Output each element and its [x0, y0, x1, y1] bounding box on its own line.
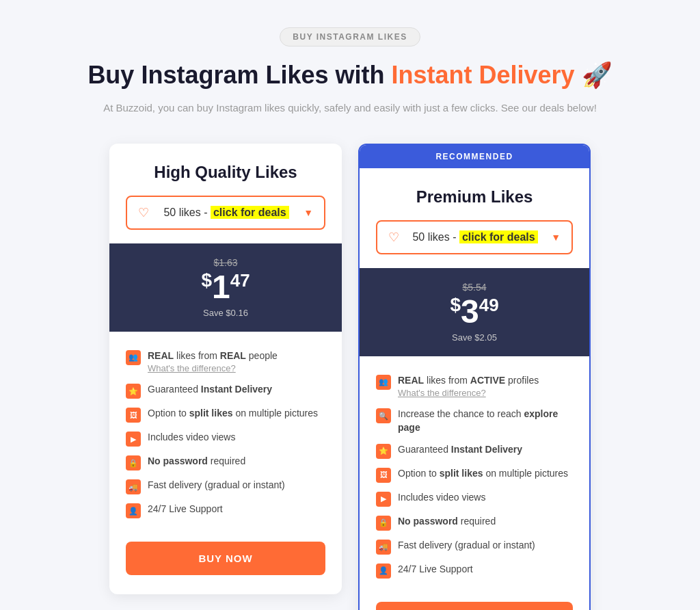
buy-button-high-quality[interactable]: BUY NOW	[126, 542, 325, 575]
video-icon-1: ▶	[126, 432, 141, 447]
quantity-selector-high-quality[interactable]: ♡ 50 likes - click for deals ▼	[126, 196, 325, 230]
main-title: Buy Instagram Likes with Instant Deliver…	[42, 60, 658, 90]
price-current-2: $349	[358, 295, 591, 328]
subtitle: At Buzzoid, you can buy Instagram likes …	[42, 101, 658, 116]
feature-item: 👥 REAL likes from ACTIVE profilesWhat's …	[376, 370, 573, 404]
feature-item: 🚚 Fast delivery (gradual or instant)	[126, 475, 325, 499]
split-icon-2: 🖼	[376, 468, 391, 483]
features-wrapper-1: 👥 REAL likes from REAL peopleWhat's the …	[109, 332, 342, 537]
page-badge: BUY INSTAGRAM LIKES	[280, 27, 420, 47]
cards-container: High Quality Likes ♡ 50 likes - click fo…	[42, 144, 658, 610]
card-title-premium: Premium Likes	[376, 187, 573, 207]
page-wrapper: BUY INSTAGRAM LIKES Buy Instagram Likes …	[42, 27, 658, 610]
dropdown-arrow-1: ▼	[304, 207, 313, 218]
truck-icon-1: 🚚	[126, 479, 141, 494]
feature-item: 👥 REAL likes from REAL peopleWhat's the …	[126, 345, 325, 380]
search-icon-2: 🔍	[376, 408, 391, 423]
people-icon-2: 👥	[376, 375, 391, 390]
feature-item: 🔒 No password required	[126, 451, 325, 475]
features-wrapper-2: 👥 REAL likes from ACTIVE profilesWhat's …	[360, 356, 589, 596]
card-high-quality: High Quality Likes ♡ 50 likes - click fo…	[109, 144, 342, 595]
features-list-1: 👥 REAL likes from REAL peopleWhat's the …	[126, 332, 325, 537]
price-box-premium: $5.54 $349 Save $2.05	[358, 268, 591, 356]
video-icon-2: ▶	[376, 492, 391, 507]
feature-item: ▶ Includes video views	[126, 427, 325, 451]
title-highlight: Instant Delivery	[392, 61, 575, 89]
difference-link-2[interactable]: What's the difference?	[398, 387, 539, 399]
people-icon-1: 👥	[126, 350, 141, 365]
price-current-1: $147	[109, 271, 342, 304]
price-original-1: $1.63	[109, 257, 342, 268]
card-inner-high-quality: High Quality Likes ♡ 50 likes - click fo…	[109, 144, 342, 230]
title-emoji: 🚀	[582, 61, 612, 89]
features-list-2: 👥 REAL likes from ACTIVE profilesWhat's …	[376, 356, 573, 596]
heart-icon-2: ♡	[388, 230, 399, 245]
dropdown-arrow-2: ▼	[551, 232, 561, 243]
truck-icon-2: 🚚	[376, 540, 391, 555]
card-title-high-quality: High Quality Likes	[126, 163, 325, 182]
heart-icon-1: ♡	[138, 205, 149, 220]
card-inner-premium: Premium Likes ♡ 50 likes - click for dea…	[360, 168, 589, 254]
price-cents-1: 47	[230, 270, 250, 291]
feature-item: ⭐ Guaranteed Instant Delivery	[376, 439, 573, 463]
feature-item: ▶ Includes video views	[376, 487, 573, 511]
card-premium: RECOMMENDED Premium Likes ♡ 50 likes - c…	[358, 144, 591, 610]
feature-item: ⭐ Guaranteed Instant Delivery	[126, 379, 325, 403]
support-icon-1: 👤	[126, 503, 141, 518]
buy-button-premium[interactable]: BUY NOW	[376, 602, 573, 610]
price-dollar-2: $	[450, 294, 461, 315]
lock-icon-1: 🔒	[126, 455, 141, 470]
price-save-1: Save $0.16	[109, 308, 342, 318]
price-box-high-quality: $1.63 $147 Save $0.16	[109, 243, 342, 332]
split-icon-1: 🖼	[126, 408, 141, 423]
price-original-2: $5.54	[358, 282, 591, 293]
price-cents-2: 49	[479, 295, 499, 315]
star-icon-2: ⭐	[376, 444, 391, 459]
title-start: Buy Instagram Likes with	[88, 61, 391, 89]
feature-item: 🖼 Option to split likes on multiple pict…	[126, 403, 325, 427]
feature-item: 🔍 Increase the chance to reach explore p…	[376, 403, 573, 438]
feature-item: 🖼 Option to split likes on multiple pict…	[376, 463, 573, 487]
lock-icon-2: 🔒	[376, 516, 391, 531]
support-icon-2: 👤	[376, 563, 391, 579]
feature-item: 🔒 No password required	[376, 511, 573, 535]
feature-item: 🚚 Fast delivery (gradual or instant)	[376, 535, 573, 559]
price-dollar-1: $	[201, 269, 212, 291]
feature-item: 👤 24/7 Live Support	[376, 559, 573, 583]
quantity-text-2: 50 likes - click for deals	[406, 231, 544, 243]
difference-link-1[interactable]: What's the difference?	[148, 362, 278, 375]
quantity-selector-premium[interactable]: ♡ 50 likes - click for deals ▼	[376, 220, 573, 254]
star-icon-1: ⭐	[126, 384, 141, 399]
price-save-2: Save $2.05	[358, 332, 591, 343]
recommended-badge: RECOMMENDED	[360, 145, 589, 168]
quantity-text-1: 50 likes - click for deals	[156, 207, 297, 219]
feature-item: 👤 24/7 Live Support	[126, 499, 325, 522]
